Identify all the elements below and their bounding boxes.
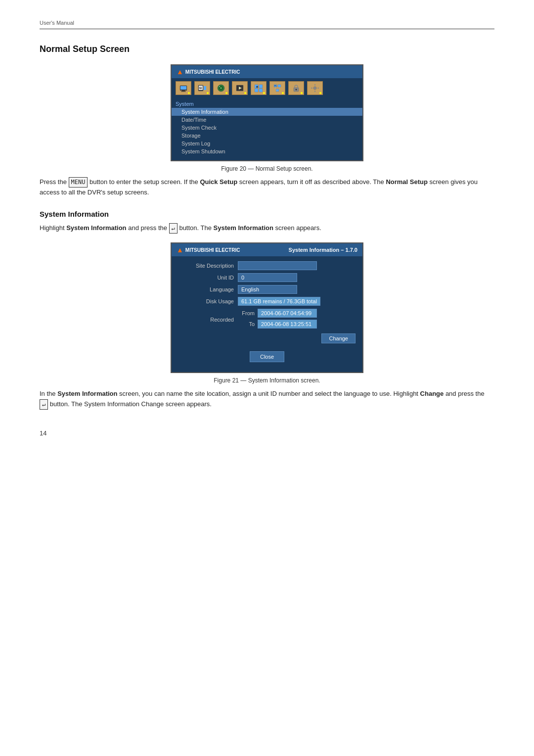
svg-rect-22 <box>276 89 279 92</box>
svg-point-10 <box>220 87 222 89</box>
dvr-menu-body: System System Information Date/Time Syst… <box>172 98 362 160</box>
toolbar-icon-system[interactable] <box>176 81 191 95</box>
svg-rect-21 <box>278 85 281 87</box>
svg-rect-31 <box>314 91 315 92</box>
sysinfo-screen: ▲ MITSUBISHI ELECTRIC System Information… <box>171 242 363 373</box>
change-btn-row: Change <box>178 333 356 343</box>
site-desc-label: Site Description <box>178 263 238 269</box>
toolbar-icon-display[interactable]: 四 <box>251 81 267 95</box>
dvr-toolbar: NI <box>172 78 362 98</box>
sysinfo-row-language: Language English <box>178 285 356 294</box>
sysinfo-header: ▲ MITSUBISHI ELECTRIC System Information… <box>172 243 362 256</box>
normal-setup-screen: ▲ MITSUBISHI ELECTRIC NI <box>171 64 363 161</box>
sysinfo-title: System Information – 1.7.0 <box>289 247 357 253</box>
toolbar-dot-1 <box>188 92 190 94</box>
dvr-header: ▲ MITSUBISHI ELECTRIC <box>172 65 362 78</box>
toolbar-dot-5 <box>263 92 265 94</box>
toolbar-dot-3 <box>225 92 227 94</box>
enter-key: ↵ <box>169 223 178 234</box>
toolbar-dot-4 <box>244 92 246 94</box>
svg-rect-33 <box>317 88 319 89</box>
page-number: 14 <box>40 429 494 437</box>
sysinfo-body: Site Description Unit ID 0 Language Engl… <box>172 256 362 372</box>
menu-item-3[interactable]: Storage <box>172 132 362 140</box>
sysinfo-brand: ▲ MITSUBISHI ELECTRIC <box>177 246 240 254</box>
change-button[interactable]: Change <box>321 333 356 343</box>
svg-point-29 <box>313 87 316 90</box>
toolbar-icon-lock[interactable] <box>288 81 304 95</box>
quicksetup-ref: Quick Setup <box>200 178 237 186</box>
svg-rect-17 <box>255 89 258 92</box>
svg-rect-7 <box>204 86 206 90</box>
toolbar-dot-8 <box>319 92 321 94</box>
manual-header: User's Manual <box>40 20 494 29</box>
sysinfo-row-unitid: Unit ID 0 <box>178 273 356 282</box>
sysinfo-row-site: Site Description <box>178 261 356 270</box>
close-btn-row: Close <box>178 351 356 367</box>
toolbar-icon-network[interactable]: PC <box>269 81 285 95</box>
svg-rect-30 <box>314 84 315 86</box>
menu-item-4[interactable]: System Log <box>172 140 362 147</box>
from-value: 2004-06-07 04:54:99 <box>258 309 317 318</box>
svg-point-11 <box>219 86 220 87</box>
menu-item-2[interactable]: System Check <box>172 124 362 132</box>
logo-icon: ▲ <box>177 68 183 76</box>
figure21-caption: Figure 21 — System Information screen. <box>214 377 320 384</box>
toolbar-icon-playback[interactable] <box>232 81 248 95</box>
sysinfo-ref3: System Information <box>57 390 117 397</box>
recorded-to-row: To 2004-06-08 13:25:51 <box>238 320 317 329</box>
svg-text:PC: PC <box>274 85 277 87</box>
svg-rect-16 <box>259 85 263 88</box>
svg-rect-2 <box>182 91 185 92</box>
sysinfo-brand-label: MITSUBISHI ELECTRIC <box>185 247 240 253</box>
unit-id-label: Unit ID <box>178 275 238 281</box>
dvr-logo: ▲ MITSUBISHI ELECTRIC <box>177 68 240 76</box>
toolbar-dot-7 <box>301 92 303 94</box>
sysinfo-row-diskusage: Disk Usage 61.1 GB remains / 76.3GB tota… <box>178 297 356 306</box>
site-desc-value <box>238 261 317 270</box>
svg-rect-32 <box>311 88 312 89</box>
menu-item-0[interactable]: System Information <box>172 108 362 116</box>
recorded-label: Recorded <box>178 317 238 323</box>
sysinfo-ref1: System Information <box>66 224 126 232</box>
figure20-container: ▲ MITSUBISHI ELECTRIC NI <box>40 64 494 172</box>
language-value: English <box>238 285 297 294</box>
from-label: From <box>238 310 258 316</box>
enter-key2: ↵ <box>40 399 48 410</box>
normalsetup-ref: Normal Setup <box>386 178 428 186</box>
recorded-from-row: From 2004-06-07 04:54:99 <box>238 309 317 318</box>
section-title: Normal Setup Screen <box>40 44 494 54</box>
to-value: 2004-06-08 13:25:51 <box>258 320 317 329</box>
para3: In the System Information screen, you ca… <box>40 389 494 410</box>
language-label: Language <box>178 286 238 292</box>
close-button[interactable]: Close <box>250 351 284 362</box>
sysinfo-ref2: System Information <box>214 224 273 232</box>
para1: Press the MENU button to enter the setup… <box>40 177 494 198</box>
recorded-group: From 2004-06-07 04:54:99 To 2004-06-08 1… <box>238 309 317 331</box>
menu-item-1[interactable]: Date/Time <box>172 116 362 124</box>
change-ref: Change <box>420 390 444 397</box>
manual-header-text: User's Manual <box>40 20 74 26</box>
unit-id-value: 0 <box>238 273 297 282</box>
menu-item-5[interactable]: System Shutdown <box>172 147 362 155</box>
toolbar-icon-settings[interactable] <box>307 81 323 95</box>
toolbar-dot-6 <box>282 92 284 94</box>
disk-usage-label: Disk Usage <box>178 298 238 304</box>
svg-rect-18 <box>259 89 263 92</box>
svg-point-28 <box>296 89 297 91</box>
menu-key: MENU <box>69 177 88 188</box>
sysinfo-row-recorded: Recorded From 2004-06-07 04:54:99 To 200… <box>178 309 356 331</box>
figure20-caption: Figure 20 — Normal Setup screen. <box>221 165 312 172</box>
subsection1-title: System Information <box>40 210 494 218</box>
menu-section-label: System <box>172 100 362 108</box>
svg-text:NI: NI <box>199 87 202 90</box>
toolbar-icon-camera[interactable] <box>213 81 229 95</box>
para2: Highlight System Information and press t… <box>40 223 494 234</box>
svg-rect-14 <box>236 91 243 91</box>
svg-text:四: 四 <box>256 86 258 88</box>
sysinfo-logo-icon: ▲ <box>177 246 183 254</box>
disk-usage-value: 61.1 GB remains / 76.3GB total <box>238 297 320 306</box>
toolbar-icon-record[interactable]: NI <box>194 81 210 95</box>
brand-label: MITSUBISHI ELECTRIC <box>185 69 240 75</box>
svg-rect-1 <box>180 86 186 90</box>
